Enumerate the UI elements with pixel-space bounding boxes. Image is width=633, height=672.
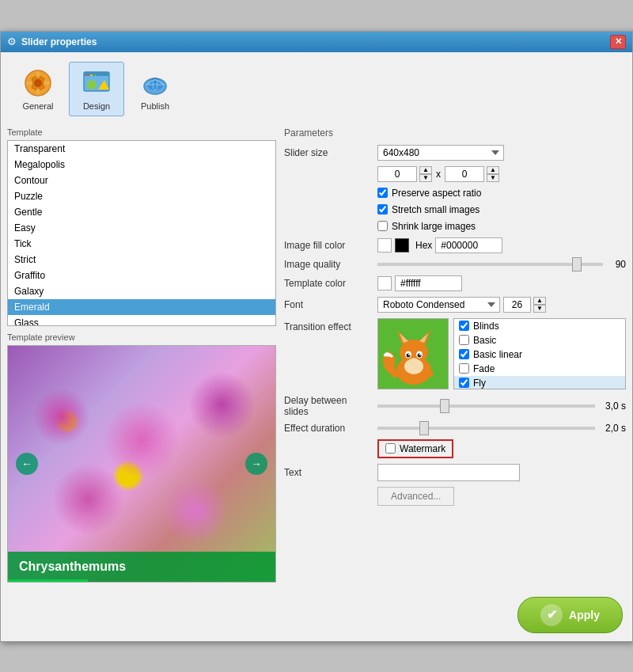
svg-point-26 [407, 353, 411, 357]
preserve-aspect-checkbox-row: Preserve aspect ratio [377, 188, 481, 199]
watermark-control: Watermark [377, 439, 626, 458]
nav-right-button[interactable]: → [245, 453, 267, 475]
advanced-button[interactable]: Advanced... [377, 487, 454, 506]
transition-list-container[interactable]: Blinds Basic Basic linear [453, 318, 626, 389]
check-icon: ✔ [547, 607, 557, 622]
list-item[interactable]: Contour [8, 173, 275, 188]
list-item[interactable]: Galaxy [8, 283, 275, 299]
effect-duration-slider[interactable] [377, 427, 595, 430]
stretch-small-label: Stretch small images [392, 204, 479, 215]
transition-item[interactable]: Basic [454, 333, 625, 347]
text-input[interactable] [377, 464, 520, 481]
watermark-box[interactable]: Watermark [377, 439, 453, 458]
svg-rect-3 [36, 89, 40, 95]
image-quality-value: 90 [606, 259, 626, 270]
image-quality-slider[interactable] [377, 263, 603, 266]
width-input[interactable] [377, 166, 417, 182]
font-size-spin: ▲ ▼ [533, 297, 546, 313]
window-icon: ⚙ [7, 36, 17, 47]
svg-rect-10 [86, 74, 89, 76]
transition-item[interactable]: Fly [454, 376, 625, 389]
nav-left-button[interactable]: ← [16, 453, 38, 475]
fill-color-black-swatch[interactable] [395, 238, 409, 252]
right-panel: Parameters Slider size 640x480 800x600 1… [284, 127, 626, 583]
transition-fade-checkbox[interactable] [459, 363, 469, 374]
dimensions-row: ▲ ▼ x ▲ ▼ [284, 166, 626, 182]
template-list-container[interactable]: Transparent Megalopolis Contour Puzzle G… [7, 140, 276, 326]
main-window: ⚙ Slider properties ✕ General [0, 31, 633, 642]
svg-rect-4 [26, 82, 32, 85]
preview-image [8, 346, 275, 582]
height-spin-up[interactable]: ▲ [487, 166, 499, 174]
tab-design-label: Design [83, 101, 110, 111]
font-size-spin-up[interactable]: ▲ [533, 297, 546, 305]
list-item[interactable]: Easy [8, 220, 275, 236]
template-list: Transparent Megalopolis Contour Puzzle G… [8, 141, 275, 325]
fill-color-row: Image fill color Hex [284, 237, 626, 253]
template-color-label: Template color [284, 278, 371, 289]
template-color-swatch[interactable] [377, 276, 392, 290]
list-item[interactable]: Gentle [8, 204, 275, 220]
svg-point-27 [418, 353, 422, 357]
transition-blinds-checkbox[interactable] [459, 321, 469, 331]
tab-design[interactable]: Design [69, 62, 124, 116]
width-spin-up[interactable]: ▲ [419, 166, 432, 174]
text-row: Text [284, 464, 626, 481]
list-item[interactable]: Strict [8, 252, 275, 268]
transition-item[interactable]: Blinds [454, 319, 625, 333]
fill-color-hex-input[interactable] [435, 237, 502, 253]
tab-publish[interactable]: Publish [127, 62, 183, 116]
slider-size-select[interactable]: 640x480 800x600 1024x768 Custom [377, 145, 504, 161]
transition-item[interactable]: Basic linear [454, 347, 625, 362]
image-quality-row: Image quality 90 [284, 259, 626, 270]
tab-general-label: General [22, 101, 53, 111]
transition-basiclinear-checkbox[interactable] [459, 349, 469, 359]
list-item[interactable]: Graffito [8, 268, 275, 283]
height-spin-down[interactable]: ▼ [487, 174, 499, 182]
progress-bar [8, 579, 88, 582]
slider-size-control: 640x480 800x600 1024x768 Custom [377, 145, 626, 161]
list-item[interactable]: Puzzle [8, 188, 275, 204]
stretch-small-checkbox[interactable] [377, 204, 388, 215]
advanced-row: Advanced... [284, 487, 626, 506]
font-control: Roboto Condensed Arial Verdana ▲ ▼ [377, 297, 626, 313]
close-button[interactable]: ✕ [610, 35, 626, 49]
transition-fly-checkbox[interactable] [459, 378, 469, 388]
list-item[interactable]: Tick [8, 236, 275, 252]
shrink-large-checkbox[interactable] [377, 221, 388, 231]
template-color-hex-input[interactable] [395, 275, 462, 291]
preserve-aspect-checkbox[interactable] [377, 188, 388, 198]
transition-basic-checkbox[interactable] [459, 335, 469, 345]
transition-blinds-label: Blinds [473, 321, 499, 332]
apply-button[interactable]: ✔ Apply [517, 597, 623, 633]
template-preview-box: ← → Chrysanthemums [7, 345, 276, 583]
window-title: Slider properties [21, 36, 97, 47]
transition-list: Blinds Basic Basic linear [454, 319, 625, 389]
fill-color-swatch[interactable] [377, 238, 392, 252]
transition-row: Transition effect [284, 318, 626, 389]
font-size-spin-down[interactable]: ▼ [533, 305, 546, 313]
font-size-input[interactable] [503, 297, 531, 313]
tab-publish-label: Publish [141, 101, 169, 111]
title-bar-left: ⚙ Slider properties [7, 36, 97, 47]
delay-slider[interactable] [377, 404, 595, 408]
svg-rect-5 [44, 82, 50, 85]
watermark-label: Watermark [400, 443, 445, 454]
transition-control: Blinds Basic Basic linear [377, 318, 626, 389]
list-item[interactable]: Megalopolis [8, 157, 275, 173]
height-input[interactable] [445, 166, 484, 182]
font-label: Font [284, 299, 371, 310]
hex-label: Hex [415, 240, 432, 251]
transition-item[interactable]: Fade [454, 362, 625, 376]
tab-general[interactable]: General [10, 62, 66, 116]
stretch-small-checkbox-row: Stretch small images [377, 204, 479, 215]
list-item[interactable]: Transparent [8, 141, 275, 157]
svg-point-1 [34, 79, 42, 87]
watermark-checkbox[interactable] [385, 443, 396, 454]
general-icon [22, 67, 54, 99]
font-select[interactable]: Roboto Condensed Arial Verdana [377, 297, 500, 313]
template-color-row: Template color [284, 275, 626, 291]
list-item selected[interactable]: Emerald [8, 299, 275, 315]
list-item[interactable]: Glass [8, 315, 275, 325]
width-spin-down[interactable]: ▼ [419, 174, 432, 182]
